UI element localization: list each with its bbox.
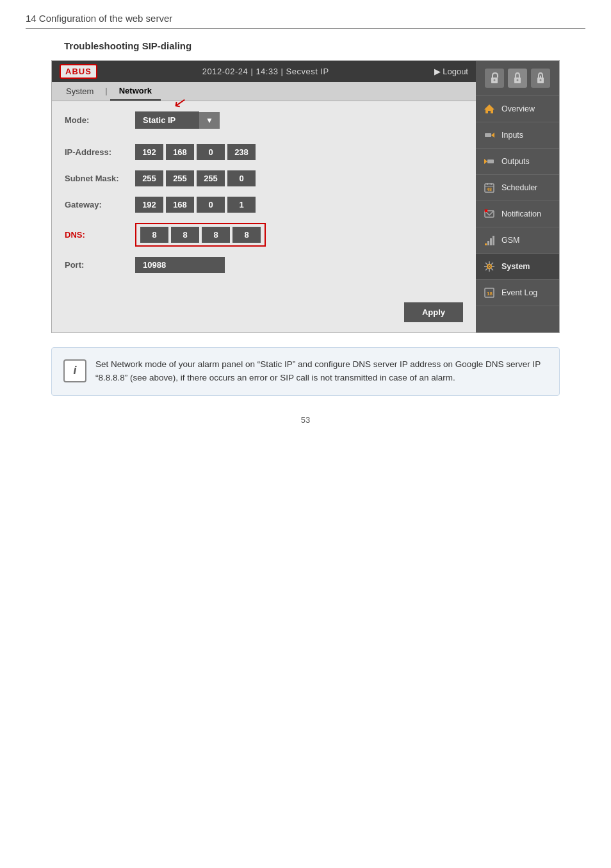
svg-line-31	[491, 268, 493, 270]
sidebar-nav: Overview Inputs Output	[476, 96, 559, 306]
dns-row: DNS: 8 8 8 8	[65, 223, 463, 247]
info-icon: i	[63, 359, 86, 382]
tab-network[interactable]: Network	[110, 82, 161, 101]
sidebar-item-system[interactable]: System	[476, 254, 559, 280]
gsm-icon	[482, 233, 496, 247]
subnet-label: Subnet Mask:	[65, 174, 135, 183]
sidebar-item-inputs[interactable]: Inputs	[476, 122, 559, 149]
system-icon	[482, 259, 496, 274]
ui-sidebar: Overview Inputs Output	[476, 61, 559, 332]
sidebar-item-notification[interactable]: Notification	[476, 201, 559, 227]
apply-row: Apply	[52, 296, 476, 332]
svg-rect-23	[493, 236, 494, 245]
svg-line-33	[485, 268, 487, 270]
top-bar-date: 2012-02-24 | 14:33 | Secvest IP	[202, 67, 329, 76]
apply-button[interactable]: Apply	[404, 302, 463, 322]
nav-tabs: System | Network	[52, 82, 476, 101]
page-header-text: 14 Configuration of the web server	[26, 13, 172, 24]
port-value[interactable]: 10988	[135, 257, 225, 273]
subnet-field-4[interactable]: 0	[227, 170, 256, 186]
svg-rect-20	[485, 243, 487, 245]
mode-label: Mode:	[65, 115, 135, 125]
svg-marker-7	[484, 104, 494, 113]
top-bar: ABUS 2012-02-24 | 14:33 | Secvest IP Log…	[52, 61, 476, 82]
dns-label: DNS:	[65, 230, 135, 240]
port-row: Port: 10988	[65, 257, 463, 273]
lock-half-icon[interactable]	[508, 69, 527, 88]
nav-separator: |	[102, 82, 110, 101]
lock-closed-icon[interactable]	[531, 69, 550, 88]
mode-dropdown: ↙ Static IP ▼	[135, 111, 220, 129]
lock-row	[476, 61, 559, 96]
subnet-mask-row: Subnet Mask: 255 255 255 0	[65, 170, 463, 186]
svg-point-25	[489, 266, 490, 267]
dns-field-3[interactable]: 8	[202, 227, 230, 243]
outputs-icon	[482, 154, 496, 168]
ip-fields: 192 168 0 238	[135, 144, 256, 160]
svg-rect-8	[485, 133, 491, 137]
svg-point-6	[540, 79, 542, 81]
scheduler-icon: 48	[482, 181, 496, 195]
ip-field-3[interactable]: 0	[197, 144, 225, 160]
subnet-field-1[interactable]: 255	[135, 170, 163, 186]
gateway-field-4[interactable]: 1	[227, 197, 256, 213]
dns-field-2[interactable]: 8	[171, 227, 199, 243]
svg-text:18: 18	[487, 291, 493, 297]
sidebar-overview-label: Overview	[501, 104, 535, 113]
sidebar-item-gsm[interactable]: GSM	[476, 227, 559, 254]
port-label: Port:	[65, 260, 135, 270]
ip-field-4[interactable]: 238	[227, 144, 256, 160]
sidebar-inputs-label: Inputs	[501, 131, 523, 140]
eventlog-icon: 18	[482, 286, 496, 300]
svg-rect-22	[490, 238, 492, 245]
sidebar-gsm-label: GSM	[501, 236, 519, 245]
sidebar-notification-label: Notification	[501, 209, 541, 218]
svg-line-30	[485, 263, 487, 265]
form-area: Mode: ↙ Static IP ▼ IP-Address: 192 168 …	[52, 101, 476, 296]
mode-dropdown-arrow[interactable]: ▼	[199, 112, 220, 129]
gateway-field-2[interactable]: 168	[166, 197, 194, 213]
ip-label: IP-Address:	[65, 147, 135, 157]
subnet-fields: 255 255 255 0	[135, 170, 256, 186]
dns-field-1[interactable]: 8	[140, 227, 168, 243]
logout-button[interactable]: Logout	[434, 67, 468, 76]
page-header: 14 Configuration of the web server	[26, 13, 585, 29]
gateway-row: Gateway: 192 168 0 1	[65, 197, 463, 213]
info-text: Set Network mode of your alarm panel on …	[95, 358, 548, 385]
ip-address-row: IP-Address: 192 168 0 238	[65, 144, 463, 160]
notification-icon	[482, 207, 496, 221]
sidebar-item-outputs[interactable]: Outputs	[476, 149, 559, 175]
sidebar-eventlog-label: Event Log	[501, 288, 537, 297]
dns-field-4[interactable]: 8	[232, 227, 261, 243]
lock-open-icon[interactable]	[485, 69, 504, 88]
ip-field-2[interactable]: 168	[166, 144, 194, 160]
page-number: 53	[26, 415, 585, 425]
ip-field-1[interactable]: 192	[135, 144, 163, 160]
svg-line-32	[491, 263, 493, 265]
subnet-field-2[interactable]: 255	[166, 170, 194, 186]
inputs-icon	[482, 128, 496, 142]
dns-fields-container: 8 8 8 8	[135, 223, 266, 247]
svg-rect-21	[487, 241, 489, 245]
gateway-field-3[interactable]: 0	[197, 197, 225, 213]
svg-point-3	[517, 79, 519, 81]
ui-panel: ABUS 2012-02-24 | 14:33 | Secvest IP Log…	[51, 60, 560, 333]
gateway-field-1[interactable]: 192	[135, 197, 163, 213]
svg-marker-9	[491, 133, 494, 138]
info-box: i Set Network mode of your alarm panel o…	[51, 347, 560, 396]
sidebar-item-overview[interactable]: Overview	[476, 96, 559, 122]
sidebar-item-eventlog[interactable]: 18 Event Log	[476, 280, 559, 306]
arrow-annotation: ↙	[172, 92, 188, 112]
svg-point-1	[494, 79, 496, 81]
sidebar-outputs-label: Outputs	[501, 157, 530, 166]
tab-system[interactable]: System	[57, 82, 102, 101]
mode-value: Static IP	[135, 111, 199, 129]
sidebar-item-scheduler[interactable]: 48 Scheduler	[476, 175, 559, 201]
gateway-label: Gateway:	[65, 200, 135, 209]
section-title: Troubleshooting SIP-dialing	[64, 40, 585, 51]
svg-rect-10	[487, 160, 494, 163]
ui-main-content: ABUS 2012-02-24 | 14:33 | Secvest IP Log…	[52, 61, 476, 332]
subnet-field-3[interactable]: 255	[197, 170, 225, 186]
home-icon	[482, 102, 496, 116]
svg-text:48: 48	[487, 187, 492, 192]
